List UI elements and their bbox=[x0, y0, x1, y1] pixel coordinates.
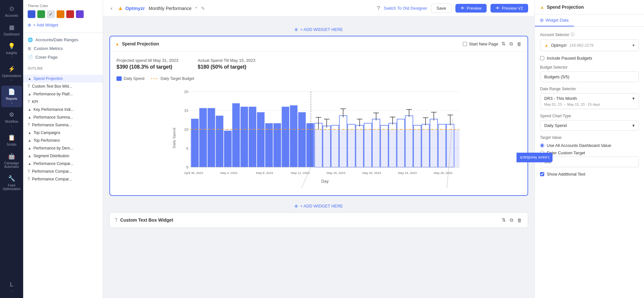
add-widget-bar-middle[interactable]: ⊕ + ADD WIDGET HERE bbox=[109, 200, 528, 212]
svg-text:May 24, 2023: May 24, 2023 bbox=[398, 171, 417, 175]
optimizations-label: Optimizations bbox=[2, 74, 22, 78]
outline-item-performance-compar-2[interactable]: T Performance Compar... bbox=[23, 168, 103, 175]
outline-item-performance-summa-2[interactable]: T Performance Summa... bbox=[23, 121, 103, 129]
outline-item-custom-text-box-label: Custom Text Box Wid... bbox=[32, 84, 72, 89]
preview-button[interactable]: 👁 Preview bbox=[455, 4, 487, 13]
date-range-selector-label: Date Range Selector bbox=[540, 87, 639, 91]
outline-item-spend-projection[interactable]: ▲ Spend Projection bbox=[23, 75, 103, 82]
sidebar-item-workflow[interactable]: ⚙ Workflow › bbox=[1, 109, 22, 130]
feedback-tab[interactable]: Leave feedback bbox=[517, 152, 553, 162]
preview-v2-button[interactable]: 👁 Preview V2 bbox=[490, 4, 528, 13]
sidebar-item-optimizations[interactable]: ⚡ Optimizations › bbox=[1, 63, 22, 84]
add-widget-bar-middle-label: + ADD WIDGET HERE bbox=[300, 204, 343, 208]
widget-2-delete-button[interactable]: 🗑 bbox=[517, 217, 523, 224]
color-swatch-green[interactable] bbox=[37, 10, 45, 18]
use-all-accounts-radio[interactable] bbox=[540, 143, 544, 148]
spend-chart-type-group: Spend Chart Type Daily Spend ▾ bbox=[540, 114, 639, 131]
sidebar-item-insights[interactable]: 💡 Insights › bbox=[1, 40, 22, 62]
legend-target: Daily Target Budget bbox=[151, 76, 194, 81]
outline-item-performance-compar-1[interactable]: ▲ Performance Compar... bbox=[23, 160, 103, 168]
performance-by-plat-icon: ▲ bbox=[28, 92, 32, 96]
menu-section: 🌐 Accounts/Date Ranges ⊞ Custom Metrics … bbox=[23, 33, 103, 64]
outline-item-custom-text-box[interactable]: T Custom Text Box Wid... bbox=[23, 82, 103, 90]
optmyzr-name: Optmyzr bbox=[125, 5, 145, 11]
color-swatch-purple[interactable] bbox=[76, 10, 84, 18]
widget-sort-button[interactable]: ⇅ bbox=[501, 40, 506, 47]
outline-item-performance-compar-3[interactable]: T Performance Compar... bbox=[23, 175, 103, 183]
custom-target-input[interactable] bbox=[540, 157, 639, 167]
start-new-page-container: Start New Page bbox=[463, 42, 498, 46]
outline-item-top-performers-label: Top Performers bbox=[33, 138, 60, 143]
sidebar-item-reports[interactable]: 📄 Reports › bbox=[1, 86, 22, 107]
outline-item-performance-by-dem[interactable]: ▲ Performance by Dem... bbox=[23, 144, 103, 152]
custom-text-box-title-icon: T bbox=[115, 217, 118, 223]
chart-legend: Daily Spend Daily Target Budget bbox=[117, 76, 521, 81]
outline-item-kpi-label: KPI bbox=[32, 100, 38, 104]
color-swatch-blue[interactable] bbox=[28, 10, 35, 18]
color-swatch-red[interactable] bbox=[66, 10, 74, 18]
budget-selector-dropdown[interactable]: Budgets (5/5) bbox=[540, 72, 639, 82]
add-widget-bar-top[interactable]: ⊕ + ADD WIDGET HERE bbox=[109, 23, 528, 36]
widget-title-icon: ▲ bbox=[115, 42, 119, 46]
perf-by-dem-icon: ▲ bbox=[28, 146, 32, 150]
edit-title-button[interactable]: ✎ bbox=[201, 6, 205, 11]
outline-item-top-campaigns[interactable]: ▲ Top Campaigns bbox=[23, 129, 103, 137]
accounts-label: Accounts bbox=[5, 14, 18, 17]
sidebar-item-scripts[interactable]: 📋 Scripts bbox=[1, 131, 22, 149]
add-widget-label: + Add Widget bbox=[33, 23, 58, 27]
save-button[interactable]: Save bbox=[431, 4, 452, 13]
menu-item-accounts-date-ranges[interactable]: 🌐 Accounts/Date Ranges bbox=[28, 35, 98, 44]
outline-item-segment-distribution[interactable]: ▲ Segment Distribution bbox=[23, 152, 103, 160]
workflow-icon: ⚙ bbox=[9, 111, 14, 118]
outline-item-top-performers[interactable]: ▲ Top Performers bbox=[23, 137, 103, 144]
outline-item-kpi[interactable]: T KPI bbox=[23, 98, 103, 106]
switch-old-designer-button[interactable]: Switch To Old Designer bbox=[384, 6, 427, 11]
menu-item-cover-page[interactable]: 📄 Cover Page bbox=[28, 53, 98, 62]
account-id: 143-962-2279 bbox=[569, 43, 593, 48]
back-button[interactable]: ‹ bbox=[109, 4, 114, 13]
enter-custom-target-row: Enter Custom Target bbox=[540, 149, 639, 157]
outline-item-performance-summa-1[interactable]: ▲ Performance Summa... bbox=[23, 113, 103, 121]
outline-item-performance-by-plat[interactable]: ▲ Performance by Platf... bbox=[23, 90, 103, 98]
widget-delete-button[interactable]: 🗑 bbox=[516, 41, 522, 47]
actual-value: $180 (50% of target) bbox=[198, 64, 255, 70]
widget-copy-button[interactable]: ⧉ bbox=[509, 40, 514, 47]
help-button[interactable]: ? bbox=[377, 5, 380, 11]
sidebar-item-dashboard[interactable]: ▦ Dashboard bbox=[1, 21, 22, 39]
include-paused-budgets-checkbox[interactable] bbox=[540, 56, 544, 60]
account-selector-dropdown[interactable]: ▲ Optmyzr 143-962-2279 ▾ bbox=[540, 39, 639, 51]
outline-item-top-campaigns-label: Top Campaigns bbox=[33, 130, 60, 135]
date-range-value: DR3 - This Month bbox=[544, 96, 577, 101]
date-range-dropdown[interactable]: DR3 - This Month ▾ May 01, 23 → May 15, … bbox=[540, 93, 639, 109]
show-additional-text-checkbox[interactable] bbox=[540, 172, 544, 176]
right-panel-tabs: ⊞ Widget Data bbox=[535, 14, 644, 27]
perf-compar-3-icon: T bbox=[28, 177, 30, 181]
color-swatch-check[interactable]: ✓ bbox=[47, 10, 55, 18]
outline-item-segment-distribution-label: Segment Distribution bbox=[33, 154, 69, 158]
sidebar-item-accounts[interactable]: ⊙ Accounts bbox=[1, 3, 22, 20]
optimizations-icon: ⚡ bbox=[8, 65, 15, 72]
insights-label: Insights bbox=[6, 51, 17, 55]
spend-chart-type-value: Daily Spend bbox=[544, 123, 567, 128]
svg-text:Daily Spend: Daily Spend bbox=[172, 128, 176, 148]
tab-widget-data[interactable]: ⊞ Widget Data bbox=[535, 14, 574, 26]
sidebar-item-campaign-automator[interactable]: 🤖 Campaign Automator bbox=[1, 150, 22, 171]
include-paused-budgets-row: Include Paused Budgets bbox=[540, 56, 639, 61]
add-widget-button[interactable]: ⊕ + Add Widget bbox=[28, 21, 58, 29]
topbar-logo: ▲ Optmyzr bbox=[117, 5, 145, 12]
svg-rect-26 bbox=[306, 123, 314, 167]
widget-2-copy-button[interactable]: ⧉ bbox=[509, 216, 514, 224]
widget-actions: Start New Page ⇅ ⧉ 🗑 bbox=[463, 40, 522, 47]
widget-2-sort-button[interactable]: ⇅ bbox=[501, 216, 507, 224]
start-new-page-checkbox[interactable] bbox=[463, 42, 467, 46]
sidebar-item-feed-optimization[interactable]: 🔧 Feed Optimization bbox=[1, 172, 22, 193]
outline-item-performance-summa-1-label: Performance Summa... bbox=[33, 115, 73, 120]
widget-2-actions: ⇅ ⧉ 🗑 bbox=[501, 216, 523, 224]
menu-item-custom-metrics[interactable]: ⊞ Custom Metrics bbox=[28, 44, 98, 53]
spend-chart-type-dropdown[interactable]: Daily Spend ▾ bbox=[540, 120, 639, 131]
color-swatch-orange[interactable] bbox=[57, 10, 64, 18]
cover-page-icon: 📄 bbox=[28, 55, 33, 60]
scripts-icon: 📋 bbox=[8, 134, 15, 141]
outline-item-key-performance-indi[interactable]: ▲ Key Performance Indi... bbox=[23, 106, 103, 113]
sidebar-item-l[interactable]: L › bbox=[1, 279, 22, 295]
